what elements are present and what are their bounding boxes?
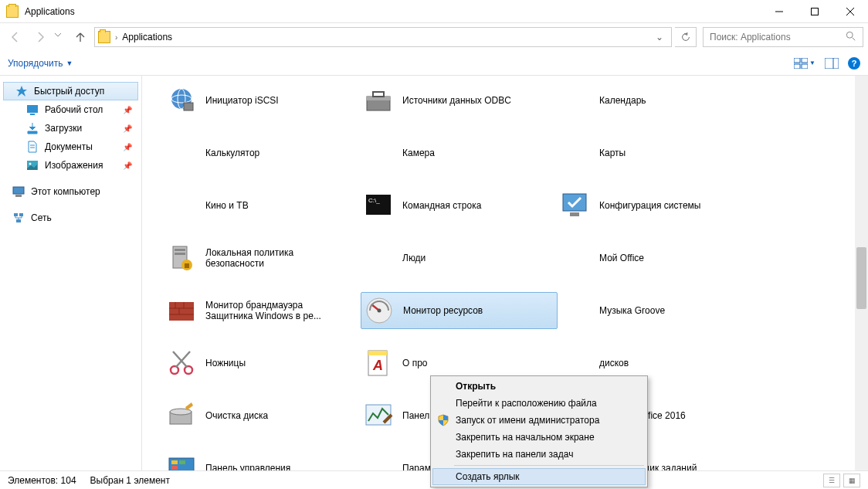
preview-pane-button[interactable] [825,58,839,69]
app-item-local-security[interactable]: Локальная политика безопасности [164,239,361,277]
svg-point-17 [29,163,32,165]
status-item-count: Элементов: 104 [8,475,76,486]
svg-rect-12 [27,105,38,113]
window-title: Applications [25,6,75,17]
item-label: Источники данных ODBC [402,95,511,106]
svg-rect-33 [570,212,579,216]
svg-rect-7 [802,58,808,63]
item-label: Люди [402,253,426,263]
icons-view-button[interactable]: ▦ [843,474,860,487]
sidebar-item-network[interactable]: Сеть [0,209,141,227]
app-item-iscsi[interactable]: Инициатор iSCSI [164,82,361,119]
monitor-check-icon [561,191,590,220]
svg-rect-26 [184,103,193,110]
sidebar-item-this-pc[interactable]: Этот компьютер [0,182,141,201]
recent-dropdown[interactable] [54,26,66,48]
app-item-cmd[interactable]: C:\_Командная строка [361,187,558,224]
item-label: Калькулятор [205,148,259,158]
refresh-button[interactable] [675,27,697,47]
folder-icon [98,31,110,43]
up-button[interactable] [70,26,91,48]
app-item-maps[interactable]: Карты [558,134,754,171]
forward-button[interactable] [29,26,51,48]
sidebar-label: Документы [45,141,93,152]
menu-label: Закрепить на панели задач [456,449,573,460]
app-item-camera[interactable]: Камера [361,134,558,171]
app-item-msconfig[interactable]: Конфигурация системы [558,187,754,224]
sidebar-item-desktop[interactable]: Рабочий стол 📌 [0,100,141,119]
minimize-button[interactable] [761,0,797,23]
menu-item-open[interactable]: Открыть [432,378,646,395]
close-button[interactable] [832,0,868,23]
menu-item-pin-taskbar[interactable]: Закрепить на панели задач [432,446,646,463]
menu-item-goto-location[interactable]: Перейти к расположению файла [432,395,646,412]
maximize-button[interactable] [797,0,832,23]
svg-rect-19 [15,195,22,197]
toolbar: Упорядочить ▼ ▼ ? [0,51,868,76]
svg-rect-20 [14,213,18,216]
nav-bar: › Applications ⌄ [0,23,868,51]
app-item-calculator[interactable]: Калькулятор [164,134,361,171]
chevron-down-icon[interactable]: ⌄ [651,32,668,42]
menu-item-pin-start[interactable]: Закрепить на начальном экране [432,429,646,446]
menu-separator [454,465,644,466]
item-label: О про [402,358,428,368]
svg-rect-58 [171,460,178,464]
sidebar-item-downloads[interactable]: Загрузки 📌 [0,119,141,138]
toolbox-icon [364,86,393,115]
app-item-disk-cleanup[interactable]: Очистка диска [164,397,361,434]
app-item-control-panel[interactable]: Панель управления [164,450,361,470]
app-item-resource-monitor[interactable]: Монитор ресурсов [361,292,558,329]
network-icon [12,212,25,224]
app-item-my-office[interactable]: Мой Office [558,239,754,277]
svg-rect-9 [802,64,808,69]
app-item-groove-music[interactable]: Музыка Groove [558,292,754,329]
folder-icon [6,5,19,18]
document-a-icon: A [364,348,393,378]
app-item-firewall-monitor[interactable]: Монитор брандмауэра Защитника Windows в … [164,292,361,329]
app-item-calendar[interactable]: Календарь [558,82,754,119]
sidebar-item-quick-access[interactable]: Быстрый доступ [3,82,138,100]
item-label: Мой Office [599,253,644,263]
search-icon[interactable] [846,31,856,44]
item-label: Камера [402,148,435,158]
chevron-right-icon[interactable]: › [115,33,117,42]
item-label: Очистка диска [205,410,268,421]
svg-rect-35 [175,249,185,251]
back-button[interactable] [5,26,26,48]
control-panel-icon [167,453,196,470]
app-item-movies-tv[interactable]: Кино и ТВ [164,187,361,224]
breadcrumb[interactable]: Applications [122,32,172,42]
menu-item-run-as-admin[interactable]: Запуск от имени администратора [432,412,646,429]
item-label: Календарь [599,95,646,106]
item-label: Карты [599,148,626,158]
details-view-button[interactable]: ☰ [823,474,840,487]
app-item-odbc[interactable]: Источники данных ODBC [361,82,558,119]
svg-rect-29 [373,92,384,97]
menu-label: Открыть [456,381,496,392]
address-bar[interactable]: › Applications ⌄ [94,27,672,47]
sidebar-item-pictures[interactable]: Изображения 📌 [0,156,141,175]
computer-icon [12,185,25,198]
svg-text:C:\_: C:\_ [368,197,380,204]
item-label: дисков [599,358,629,368]
cmd-icon: C:\_ [364,191,393,220]
download-icon [26,122,39,134]
scrollbar-thumb[interactable] [856,247,866,309]
view-layout-button[interactable]: ▼ [794,58,815,69]
app-item-people[interactable]: Люди [361,239,558,277]
disk-brush-icon [167,401,196,430]
shield-icon [437,414,449,426]
menu-item-create-shortcut[interactable]: Создать ярлык [432,468,646,485]
item-label: Музыка Groove [599,305,665,316]
vertical-scrollbar[interactable] [855,76,868,470]
svg-rect-38 [185,263,189,268]
organize-menu[interactable]: Упорядочить ▼ [8,58,73,69]
svg-text:A: A [372,358,383,373]
search-input[interactable] [710,32,846,42]
sidebar-item-documents[interactable]: Документы 📌 [0,138,141,156]
globe-icon [167,86,196,115]
app-item-snipping[interactable]: Ножницы [164,345,361,382]
search-box[interactable] [703,27,863,47]
help-button[interactable]: ? [848,57,860,70]
